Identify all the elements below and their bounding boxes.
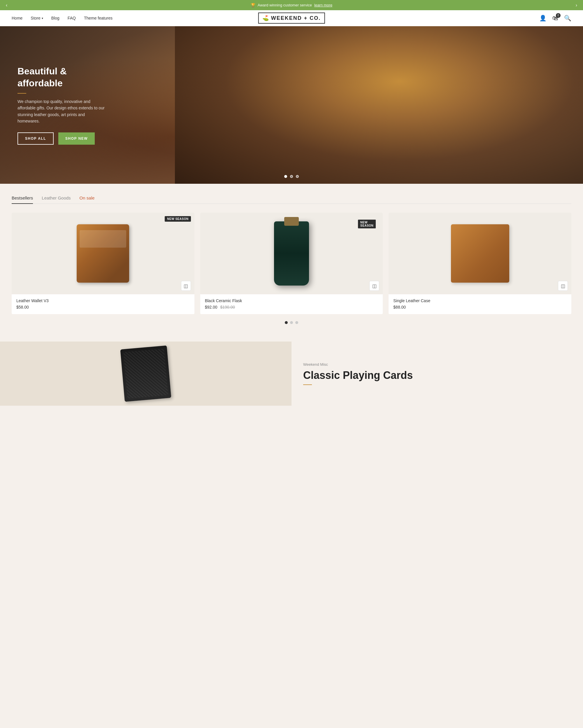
price-sale-flask: $92.00 bbox=[205, 305, 218, 309]
feature-divider bbox=[303, 384, 312, 385]
feature-image-area bbox=[0, 341, 292, 406]
cart-add-icon-flask: ◫ bbox=[372, 283, 377, 289]
account-button[interactable]: 👤 bbox=[539, 15, 547, 22]
main-nav: Home Store ▾ Blog FAQ Theme features bbox=[12, 16, 113, 20]
header-actions: 👤 🛍 0 🔍 bbox=[539, 15, 571, 22]
cart-badge: 🛍 0 bbox=[552, 15, 558, 22]
carousel-dot-1[interactable] bbox=[285, 321, 288, 324]
hero-description: We champion top quality, innovative and … bbox=[18, 98, 105, 125]
search-button[interactable]: 🔍 bbox=[564, 15, 571, 22]
header: Home Store ▾ Blog FAQ Theme features ⛳ W… bbox=[0, 10, 583, 26]
quick-add-leather-case[interactable]: ◫ bbox=[558, 281, 568, 291]
feature-section: Weekend Misc Classic Playing Cards bbox=[0, 341, 583, 406]
tab-bestsellers[interactable]: Bestsellers bbox=[12, 196, 33, 204]
product-image-flask: SAVE 52% NEW SEASON ◫ bbox=[200, 213, 383, 294]
hero-dot-1[interactable] bbox=[284, 175, 287, 178]
store-dropdown-icon: ▾ bbox=[42, 17, 43, 20]
carousel-dot-2[interactable] bbox=[290, 321, 293, 324]
product-name-flask[interactable]: Black Ceramic Flask bbox=[205, 298, 378, 303]
cart-add-icon: ◫ bbox=[184, 283, 188, 289]
tab-leather-goods[interactable]: Leather Goods bbox=[42, 196, 71, 204]
badge-new-flask: NEW SEASON bbox=[358, 219, 376, 228]
announcement-link[interactable]: learn more bbox=[314, 3, 332, 7]
hero-section: Beautiful & affordable We champion top q… bbox=[0, 26, 583, 184]
feature-title: Classic Playing Cards bbox=[303, 369, 571, 382]
quick-add-wallet[interactable]: ◫ bbox=[181, 281, 191, 291]
announcement-text: Award winning customer service bbox=[258, 3, 312, 7]
shop-new-button[interactable]: SHOP NEW bbox=[58, 132, 95, 145]
product-card-leather-case: ◫ Single Leather Case $88.00 bbox=[389, 213, 571, 314]
product-name-leather-case[interactable]: Single Leather Case bbox=[393, 298, 567, 303]
tab-on-sale[interactable]: On sale bbox=[80, 196, 95, 204]
nav-blog[interactable]: Blog bbox=[51, 16, 59, 20]
product-image-leather-case: ◫ bbox=[389, 213, 571, 294]
announcement-icon: 🏆 bbox=[251, 3, 255, 7]
product-tabs: Bestsellers Leather Goods On sale bbox=[12, 196, 571, 204]
feature-brand: Weekend Misc bbox=[303, 362, 571, 367]
hero-visual bbox=[175, 26, 583, 184]
feature-content: Weekend Misc Classic Playing Cards bbox=[292, 341, 583, 406]
quick-add-flask[interactable]: ◫ bbox=[369, 281, 379, 291]
announcement-bar: ‹ 🏆 Award winning customer service learn… bbox=[0, 0, 583, 10]
hero-content: Beautiful & affordable We champion top q… bbox=[0, 54, 122, 157]
product-info-flask: Black Ceramic Flask $92.00 $190.00 bbox=[200, 294, 383, 314]
flask-visual bbox=[274, 222, 309, 286]
cart-add-icon-leather: ◫ bbox=[561, 283, 565, 289]
shop-all-button[interactable]: SHOP ALL bbox=[18, 132, 54, 145]
hero-carousel-dots bbox=[284, 175, 299, 178]
logo-icon: ⛳ bbox=[262, 15, 269, 21]
hero-dot-3[interactable] bbox=[296, 175, 299, 178]
nav-home[interactable]: Home bbox=[12, 16, 23, 20]
wallet-visual bbox=[77, 224, 129, 283]
badge-new-season-wallet: NEW SEASON bbox=[165, 216, 191, 222]
product-image-wallet: NEW SEASON ◫ bbox=[12, 213, 194, 294]
product-price-leather-case: $88.00 bbox=[393, 305, 567, 309]
nav-theme-features[interactable]: Theme features bbox=[84, 16, 113, 20]
logo[interactable]: ⛳ WEEKEND + CO. bbox=[258, 12, 325, 24]
product-price-flask: $92.00 $190.00 bbox=[205, 305, 378, 309]
product-card-wallet: NEW SEASON ◫ Leather Wallet V3 $58.00 bbox=[12, 213, 194, 314]
announcement-next[interactable]: › bbox=[576, 3, 577, 8]
carousel-dot-3[interactable] bbox=[295, 321, 298, 324]
product-name-wallet[interactable]: Leather Wallet V3 bbox=[16, 298, 190, 303]
product-info-wallet: Leather Wallet V3 $58.00 bbox=[12, 294, 194, 314]
hero-buttons: SHOP ALL SHOP NEW bbox=[18, 132, 105, 145]
product-info-leather-case: Single Leather Case $88.00 bbox=[389, 294, 571, 314]
products-section: Bestsellers Leather Goods On sale NEW SE… bbox=[0, 184, 583, 333]
leather-case-visual bbox=[451, 224, 509, 283]
price-original-flask: $190.00 bbox=[220, 305, 235, 309]
products-grid: NEW SEASON ◫ Leather Wallet V3 $58.00 SA… bbox=[12, 213, 571, 314]
hero-title: Beautiful & affordable bbox=[18, 65, 105, 89]
announcement-prev[interactable]: ‹ bbox=[6, 3, 7, 8]
product-price-wallet: $58.00 bbox=[16, 305, 190, 309]
nav-faq[interactable]: FAQ bbox=[67, 16, 76, 20]
nav-store[interactable]: Store ▾ bbox=[31, 16, 43, 20]
product-carousel-dots bbox=[12, 321, 571, 324]
hero-divider bbox=[18, 93, 26, 94]
product-card-flask: SAVE 52% NEW SEASON ◫ Black Ceramic Flas… bbox=[200, 213, 383, 314]
playing-cards-visual bbox=[120, 345, 171, 401]
logo-text: ⛳ WEEKEND + CO. bbox=[258, 12, 325, 24]
cart-count: 0 bbox=[556, 13, 560, 18]
hero-dot-2[interactable] bbox=[290, 175, 293, 178]
